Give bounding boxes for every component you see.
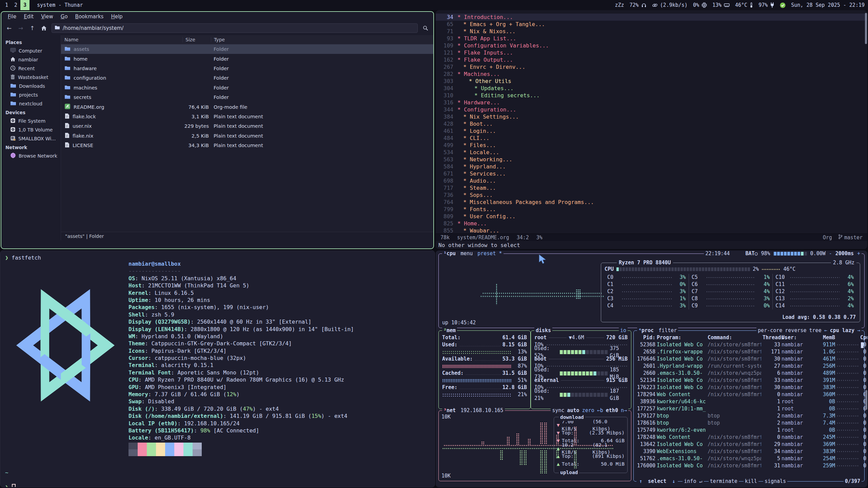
process-row[interactable]: 52134Isolated Web Co/nix/store/sm8fmrf3w… — [634, 377, 864, 384]
net-sync-button[interactable]: sync — [552, 407, 564, 414]
menu-file[interactable]: File — [5, 13, 19, 20]
volume-module[interactable]: 72% — [630, 2, 647, 8]
workspace-button-1[interactable]: 1 — [2, 0, 11, 10]
home-button[interactable] — [39, 23, 49, 33]
temperature-module[interactable]: 46°C — [735, 2, 753, 8]
org-heading-line[interactable]: 855* Waubar... — [436, 227, 867, 234]
forward-button[interactable]: → — [16, 23, 26, 33]
battery-module[interactable]: 97% — [758, 2, 774, 8]
net-prev-iface-button[interactable]: ←b — [597, 407, 603, 414]
proc-signals-button[interactable]: signals — [763, 478, 787, 485]
org-heading-line[interactable]: 121* Flake Inputs... — [436, 49, 867, 56]
process-row[interactable]: 178248Web Content/nix/store/sm8fmrf3wps4… — [634, 434, 864, 441]
file-row-secrets[interactable]: secretsFolder — [61, 93, 433, 102]
org-heading-line[interactable]: 384* Nix Settings... — [436, 113, 867, 120]
org-heading-line[interactable]: 584* Hyprland... — [436, 163, 867, 170]
memory-module[interactable]: 13% — [712, 2, 730, 8]
menu-help[interactable]: Help — [108, 13, 125, 20]
workspace-button-3[interactable]: 3 — [20, 0, 29, 10]
tab-cpu[interactable]: ¹cpu — [443, 250, 456, 257]
process-row[interactable]: 179127btopbtop2nambiar7.3M0.0 — [634, 412, 864, 420]
org-heading-line[interactable]: 428* Boot... — [436, 120, 867, 127]
back-button[interactable]: ← — [4, 23, 14, 33]
column-header-size[interactable]: Size — [182, 37, 211, 42]
proc-tree-button[interactable]: tree — [809, 327, 822, 334]
org-heading-line[interactable]: 698* Audio... — [436, 177, 867, 184]
proc-info-button[interactable]: info ↵ — [683, 478, 704, 485]
up-button[interactable]: ↑ — [27, 23, 37, 33]
column-header-type[interactable]: Type — [211, 37, 433, 42]
sidebar-item-1-0-tb-volume[interactable]: 1,0 TB Volume — [1, 125, 61, 134]
process-row[interactable]: 175749kworker/6:2-even1root0B0.0 — [634, 427, 864, 434]
cpu-module[interactable]: 0% — [693, 2, 707, 8]
process-row[interactable]: 178616btopbtop2nambiar7.4M0.0 — [634, 420, 864, 427]
btop-right-scrollbar[interactable] — [865, 390, 867, 410]
proc-terminate-button[interactable]: terminate — [709, 478, 739, 485]
org-heading-line[interactable]: 499* Files... — [436, 142, 867, 149]
org-heading-line[interactable]: 93* TLDR App List... — [436, 35, 867, 42]
sidebar-item-recent[interactable]: Recent — [1, 64, 61, 73]
net-zero-button[interactable]: zero — [582, 407, 594, 414]
sidebar-item-nextcloud[interactable]: nextcloud — [1, 99, 61, 108]
tab-net[interactable]: ³net — [443, 407, 456, 414]
file-row-flake-nix[interactable]: flake.nix2,5 KiBPlain text document — [61, 131, 433, 141]
process-row[interactable]: 13642Isolated Web Co/nix/store/sm8fmrf3w… — [634, 441, 864, 448]
workspace-button-2[interactable]: 2 — [11, 0, 20, 10]
net-auto-button[interactable]: auto — [567, 407, 579, 414]
net-next-iface-button[interactable]: n→ — [621, 407, 627, 414]
process-row[interactable]: 38936kworker/u64:6-kc1root0B0.0 — [634, 398, 864, 405]
process-row[interactable]: 2660.emacs-31.0.50-/nix/store/wnqz5pa8ra… — [634, 370, 864, 377]
org-heading-line[interactable]: 799* Fonts... — [436, 206, 867, 213]
org-heading-line[interactable]: 825* Home... — [436, 220, 867, 227]
terminal-cursor[interactable] — [12, 484, 16, 487]
org-heading-line[interactable]: 310* Editing secrets... — [436, 92, 867, 99]
org-heading-line[interactable]: 563* Networking... — [436, 156, 867, 163]
process-row[interactable]: 2601.Hyprland-wrapp/run/current-system/s… — [634, 363, 864, 370]
process-row[interactable]: 176000Isolated Web Co/nix/store/sm8fmrf3… — [634, 462, 864, 469]
sidebar-item-computer[interactable]: Computer — [1, 46, 61, 55]
proc-sort-left-button[interactable]: ← — [824, 327, 827, 334]
clock-module[interactable]: Sun, 28 Sep 2025 - 22:19 — [791, 2, 865, 8]
interval-decrease-button[interactable]: - — [829, 250, 832, 257]
file-row-assets[interactable]: assetsFolder — [61, 44, 433, 54]
sidebar-item-wastebasket[interactable]: Wastebasket — [1, 73, 61, 82]
sidebar-item-browse-network[interactable]: Browse Network — [1, 151, 61, 160]
org-heading-line[interactable]: 461* Login... — [436, 127, 867, 135]
proc-select-keys[interactable]: ↑ select ↓ — [636, 478, 678, 485]
org-heading-line[interactable]: 671* Services... — [436, 170, 867, 177]
org-heading-line[interactable]: 303* Other Utils — [436, 78, 867, 85]
org-heading-line[interactable]: 162* Flake Output... — [436, 56, 867, 63]
file-row-home[interactable]: homeFolder — [61, 54, 433, 63]
org-heading-line[interactable]: 267* Envrc + Direnv... — [436, 63, 867, 70]
idle-inhibitor-module[interactable]: zZz — [615, 2, 624, 8]
process-row[interactable]: 52368Isolated Web Co/nix/store/sm8fmrf3w… — [634, 341, 864, 348]
org-heading-line[interactable]: 34* Introduction... — [436, 14, 867, 21]
process-row[interactable]: 51762.emacs-31.0.50-/nix/store/wnqz5pa8r… — [634, 455, 864, 462]
systemd-status-module[interactable] — [780, 2, 786, 8]
column-header-name[interactable]: Name — [61, 37, 182, 42]
file-row-user-nix[interactable]: user.nix229 bytesPlain text document — [61, 121, 433, 131]
emacs-scrollbar[interactable] — [865, 13, 867, 44]
proc-filter-button[interactable]: filter — [658, 327, 677, 334]
process-row[interactable]: 178294Web Content/nix/store/sm8fmrf3wps4… — [634, 391, 864, 398]
proc-percore-button[interactable]: per-core — [758, 327, 782, 334]
org-heading-line[interactable]: 809* User Config... — [436, 213, 867, 220]
file-row-hardware[interactable]: hardwareFolder — [61, 64, 433, 73]
proc-sort-right-button[interactable]: → — [857, 327, 860, 334]
org-heading-line[interactable]: 71* Nix & Nixos... — [436, 28, 867, 35]
disks-io-toggle[interactable]: io — [619, 327, 628, 334]
org-heading-line[interactable]: 282* Machines... — [436, 70, 867, 78]
org-heading-line[interactable]: 736* Sops... — [436, 191, 867, 199]
search-button[interactable] — [420, 23, 431, 33]
preset-button[interactable]: preset * — [477, 250, 502, 257]
org-heading-line[interactable]: 534* Locale... — [436, 149, 867, 156]
file-row-license[interactable]: LICENSE34,3 KiBPlain text document — [61, 141, 433, 150]
file-row-machines[interactable]: machinesFolder — [61, 83, 433, 93]
tab-proc[interactable]: ⁴proc — [638, 327, 654, 334]
path-bar[interactable]: /home/nambiar/system/ — [52, 23, 418, 33]
proc-reverse-button[interactable]: reverse — [785, 327, 806, 334]
process-row[interactable]: 2658.firefox-wrappe/nix/store/sm8fmrf3wp… — [634, 348, 864, 355]
sidebar-item-file-system[interactable]: File System — [1, 117, 61, 125]
org-heading-line[interactable]: 316* Hardware... — [436, 99, 867, 106]
org-heading-line[interactable]: 484* CLI... — [436, 135, 867, 142]
